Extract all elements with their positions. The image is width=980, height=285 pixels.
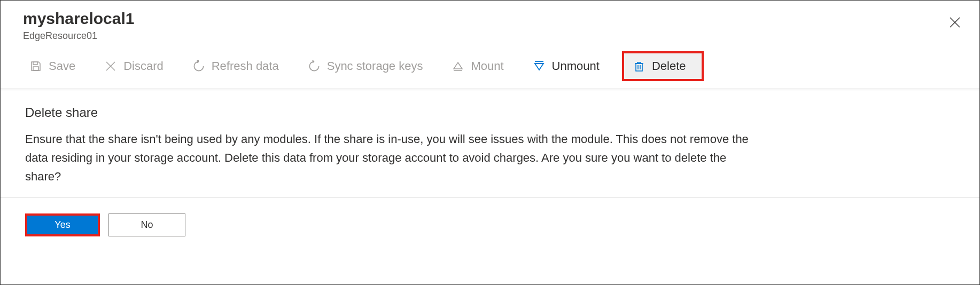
unmount-label: Unmount bbox=[552, 59, 600, 73]
svg-rect-3 bbox=[33, 67, 38, 70]
svg-marker-8 bbox=[535, 64, 543, 70]
refresh-label: Refresh data bbox=[212, 59, 279, 73]
save-button: Save bbox=[23, 56, 81, 77]
no-button[interactable]: No bbox=[108, 213, 185, 236]
command-bar: Save Discard Refresh data Sync storage k… bbox=[1, 47, 979, 89]
close-button[interactable] bbox=[945, 13, 965, 33]
dialog-content: Delete share Ensure that the share isn't… bbox=[1, 89, 979, 197]
refresh-icon bbox=[191, 59, 206, 74]
delete-icon bbox=[632, 59, 647, 74]
mount-button: Mount bbox=[445, 56, 509, 77]
discard-button: Discard bbox=[98, 56, 169, 77]
unmount-button[interactable]: Unmount bbox=[526, 56, 605, 77]
mount-label: Mount bbox=[471, 59, 503, 73]
delete-highlight: Delete bbox=[622, 51, 704, 81]
refresh-button: Refresh data bbox=[186, 56, 284, 77]
page-subtitle: EdgeResource01 bbox=[23, 30, 957, 42]
dialog-body: Ensure that the share isn't being used b… bbox=[25, 130, 763, 186]
dialog-title: Delete share bbox=[25, 105, 955, 120]
save-icon bbox=[28, 59, 43, 74]
svg-rect-2 bbox=[33, 62, 37, 65]
discard-label: Discard bbox=[123, 59, 164, 73]
sync-label: Sync storage keys bbox=[327, 59, 423, 73]
sync-icon bbox=[307, 59, 322, 74]
sync-button: Sync storage keys bbox=[301, 56, 429, 77]
page-title: mysharelocal1 bbox=[23, 9, 957, 28]
close-icon bbox=[948, 16, 961, 30]
save-label: Save bbox=[49, 59, 75, 73]
svg-rect-10 bbox=[636, 64, 642, 71]
header: mysharelocal1 EdgeResource01 bbox=[1, 1, 979, 47]
delete-label: Delete bbox=[652, 59, 686, 73]
unmount-icon bbox=[532, 59, 547, 74]
yes-button[interactable]: Yes bbox=[27, 216, 98, 234]
discard-icon bbox=[103, 59, 118, 74]
svg-marker-6 bbox=[454, 62, 462, 69]
dialog-actions: Yes No bbox=[1, 197, 979, 252]
delete-button[interactable]: Delete bbox=[631, 56, 687, 77]
mount-icon bbox=[450, 59, 465, 74]
yes-highlight: Yes bbox=[25, 213, 100, 236]
